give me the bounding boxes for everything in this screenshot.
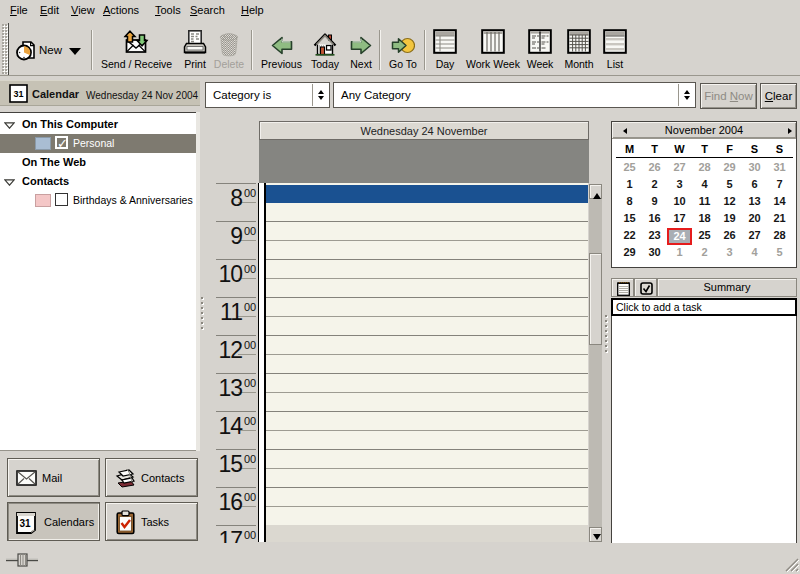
svg-text:31: 31 [19,518,31,529]
svg-text:31: 31 [13,89,23,99]
